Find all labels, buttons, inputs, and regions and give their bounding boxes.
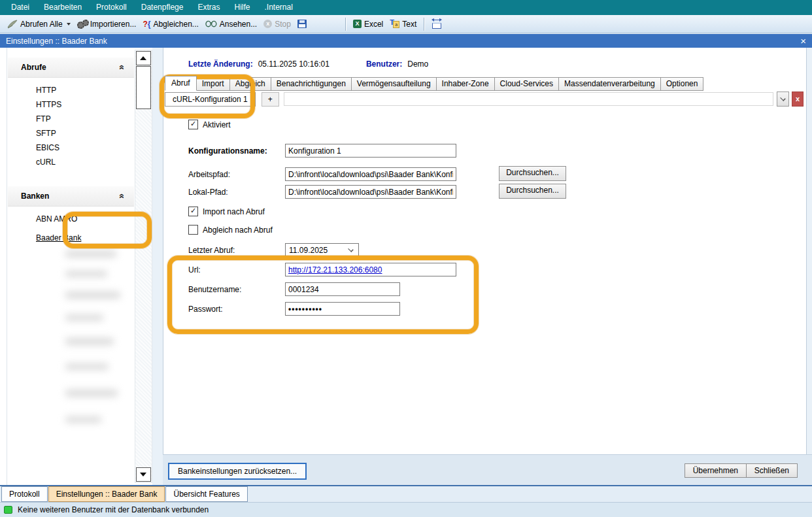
abgleich-nach-abruf-row: ✓ Abgleich nach Abruf: [188, 225, 273, 235]
sidebar-item-ebics[interactable]: EBICS: [8, 141, 134, 155]
configuration-tab-strip: cURL-Konfiguration 1 + x: [165, 92, 804, 107]
scrollbar-thumb[interactable]: [136, 66, 151, 109]
save-button[interactable]: [294, 18, 310, 29]
import-nach-abruf-checkbox[interactable]: ✓: [188, 207, 198, 216]
sidebar-item-ftp[interactable]: FTP: [8, 112, 134, 126]
menu-internal[interactable]: .Internal: [258, 0, 300, 15]
arbeitspfad-browse-button[interactable]: Durchsuchen...: [499, 166, 566, 181]
remove-configuration-button[interactable]: x: [792, 92, 804, 107]
sidebar-item-sftp[interactable]: SFTP: [8, 126, 134, 141]
toolbar-separator: [345, 18, 346, 31]
benutzername-input[interactable]: [285, 282, 400, 296]
reconcile-label: Abgleichen...: [153, 20, 198, 29]
chevron-down-icon[interactable]: [67, 23, 71, 25]
glasses-icon: [205, 20, 217, 27]
scroll-up-button[interactable]: [136, 51, 151, 65]
user-label: Benutzer:: [366, 59, 402, 69]
url-input[interactable]: [285, 263, 456, 276]
fit-columns-button[interactable]: [428, 18, 445, 29]
arbeitspfad-input[interactable]: [285, 167, 456, 181]
application-window: Datei Bearbeiten Protokoll Datenpflege E…: [0, 0, 812, 517]
url-label: Url:: [188, 265, 285, 275]
tab-vermoegensaufteilung[interactable]: Vermögensaufteilung: [351, 77, 437, 91]
letzter-abruf-select[interactable]: 11.09.2025: [285, 243, 359, 257]
tab-optionen[interactable]: Optionen: [660, 77, 704, 91]
status-bar: Keine weiteren Benutzer mit der Datenban…: [0, 502, 812, 517]
close-button[interactable]: Schließen: [746, 463, 798, 478]
panel-title: Einstellungen :: Baader Bank: [6, 37, 107, 46]
fetch-all-button[interactable]: Abrufen Alle: [4, 18, 74, 30]
doc-tab-protokoll[interactable]: Protokoll: [1, 486, 48, 502]
menu-extras[interactable]: Extras: [190, 0, 227, 15]
menu-protokoll[interactable]: Protokoll: [89, 0, 134, 15]
last-change-value: 05.11.2025 10:16:01: [258, 59, 330, 69]
section-header-banken[interactable]: Banken «: [8, 186, 134, 207]
sidebar: Abrufe « HTTP HTTPS FTP SFTP EBICS cURL …: [0, 48, 152, 485]
compare-icon: ?{: [143, 20, 150, 29]
reconcile-button[interactable]: ?{ Abgleichen...: [139, 18, 201, 30]
chevron-down-icon: [780, 95, 786, 101]
sidebar-item-abn-amro[interactable]: ABN AMRO: [8, 212, 134, 224]
chevron-down-icon: [348, 246, 354, 252]
fetch-all-label: Abrufen Alle: [20, 20, 63, 29]
menu-datenpflege[interactable]: Datenpflege: [134, 0, 191, 15]
view-button[interactable]: Ansehen...: [202, 18, 260, 30]
sidebar-item-https[interactable]: HTTPS: [8, 97, 134, 112]
collapse-icon[interactable]: «: [117, 65, 127, 70]
section-header-abrufe[interactable]: Abrufe «: [8, 58, 134, 78]
konfigurationsname-label: Konfigurationsname:: [188, 146, 285, 156]
menu-bearbeiten[interactable]: Bearbeiten: [37, 0, 89, 15]
tab-abgleich[interactable]: Abgleich: [229, 77, 271, 91]
sidebar-item-curl[interactable]: cURL: [8, 155, 134, 169]
main-tab-strip: Abruf Import Abgleich Benachrichtigungen…: [165, 76, 703, 91]
import-button[interactable]: Importieren...: [74, 18, 140, 30]
letzter-abruf-label: Letzter Abruf:: [188, 246, 285, 255]
collapse-icon[interactable]: «: [117, 193, 127, 199]
abgleich-nach-abruf-checkbox[interactable]: ✓: [188, 225, 198, 235]
scroll-down-button[interactable]: [136, 467, 151, 482]
sidebar-scrollbar[interactable]: [135, 50, 152, 483]
status-text: Keine weiteren Benutzer mit der Datenban…: [18, 505, 209, 514]
letzter-abruf-value: 11.09.2025: [286, 246, 348, 255]
aktiviert-checkbox[interactable]: ✓: [188, 120, 198, 129]
abgleich-nach-abruf-label: Abgleich nach Abruf: [203, 225, 273, 235]
add-configuration-tab[interactable]: +: [262, 92, 279, 107]
tab-inhaber-zone[interactable]: Inhaber-Zone: [436, 77, 495, 91]
passwort-label: Passwort:: [188, 305, 285, 314]
close-icon[interactable]: ×: [800, 36, 806, 46]
section-abrufe: Abrufe « HTTP HTTPS FTP SFTP EBICS cURL: [8, 58, 134, 176]
import-nach-abruf-label: Import nach Abruf: [203, 207, 265, 216]
reset-bank-settings-button[interactable]: Bankeinstellungen zurücksetzen...: [168, 463, 307, 480]
document-tab-bar: Protokoll Einstellungen :: Baader Bank Ü…: [0, 485, 812, 503]
apply-button[interactable]: Übernehmen: [685, 463, 747, 478]
letzter-abruf-row: Letzter Abruf: 11.09.2025: [188, 243, 359, 257]
doc-tab-einstellungen-baader-bank[interactable]: Einstellungen :: Baader Bank: [48, 486, 165, 502]
settings-panel: Letzte Änderung: 05.11.2025 10:16:01 Ben…: [163, 48, 807, 454]
lokal-pfad-browse-button[interactable]: Durchsuchen...: [499, 184, 566, 199]
menu-hilfe[interactable]: Hilfe: [227, 0, 257, 15]
configuration-bar: [284, 92, 773, 106]
passwort-row: Passwort:: [188, 302, 400, 316]
export-excel-button[interactable]: X Excel: [350, 18, 386, 30]
tab-massendatenverarbeitung[interactable]: Massendatenverarbeitung: [558, 77, 661, 91]
benutzername-row: Benutzername:: [188, 282, 400, 296]
tab-benachrichtigungen[interactable]: Benachrichtigungen: [271, 77, 352, 91]
import-label: Importieren...: [90, 20, 137, 29]
lokal-pfad-label: Lokal-Pfad:: [188, 188, 285, 197]
tab-cloud-services[interactable]: Cloud-Services: [494, 77, 559, 91]
tab-import[interactable]: Import: [196, 77, 230, 91]
tab-curl-konfiguration-1[interactable]: cURL-Konfiguration 1: [165, 92, 256, 107]
tab-abruf[interactable]: Abruf: [165, 76, 197, 91]
excel-icon: X: [353, 20, 362, 28]
passwort-input[interactable]: [285, 302, 400, 316]
configuration-dropdown-button[interactable]: [777, 92, 789, 107]
doc-tab-uebersicht-features[interactable]: Übersicht Features: [165, 486, 247, 502]
lokal-pfad-input[interactable]: [285, 185, 456, 199]
menu-datei[interactable]: Datei: [4, 0, 37, 15]
toolbar-separator: [424, 18, 424, 31]
konfigurationsname-row: Konfigurationsname:: [188, 144, 456, 158]
import-nach-abruf-row: ✓ Import nach Abruf: [188, 207, 265, 216]
sidebar-item-http[interactable]: HTTP: [8, 83, 134, 97]
konfigurationsname-input[interactable]: [285, 144, 456, 158]
export-text-button[interactable]: Ta Text: [386, 18, 420, 30]
